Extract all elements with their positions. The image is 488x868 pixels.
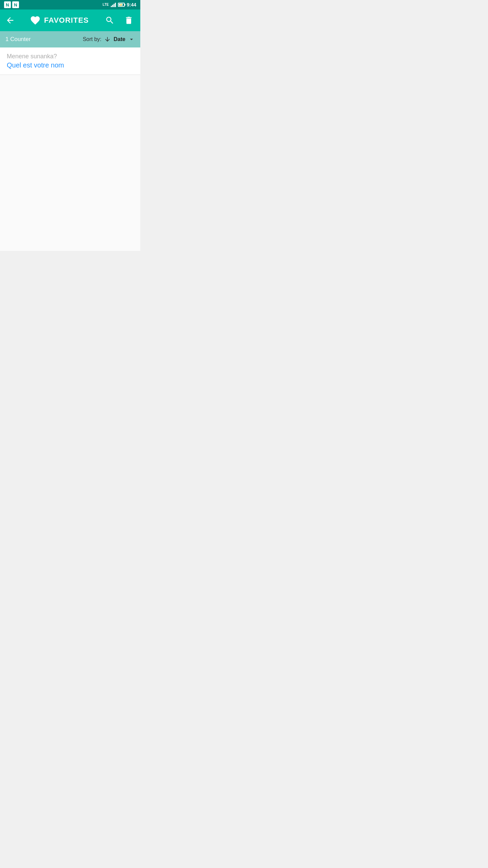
signal-bar-4 [115, 3, 116, 7]
heart-icon [30, 15, 41, 26]
signal-bar-1 [111, 6, 112, 7]
sort-controls[interactable]: Sort by: Date [83, 36, 135, 43]
signal-bar-2 [112, 5, 113, 7]
sort-value: Date [114, 36, 125, 42]
search-icon [105, 16, 115, 25]
signal-bar-3 [114, 4, 115, 7]
lte-icon: LTE [103, 3, 109, 6]
app-bar: FAVORITES [0, 9, 140, 31]
dropdown-chevron-icon [128, 36, 135, 43]
search-button[interactable] [104, 14, 116, 26]
app-title: FAVORITES [44, 16, 89, 25]
back-button[interactable] [5, 16, 15, 25]
sort-by-label: Sort by: [83, 36, 101, 42]
battery-lightning: ⚡ [119, 3, 123, 6]
app-icon-1: N [4, 1, 11, 8]
counter-text: 1 Counter [5, 36, 31, 43]
status-bar: N N LTE ⚡ 9:44 [0, 0, 140, 9]
app-bar-center: FAVORITES [30, 15, 89, 26]
item-secondary-text: Quel est votre nom [7, 61, 134, 69]
signal-icon [111, 2, 116, 7]
status-bar-right: LTE ⚡ 9:44 [103, 2, 136, 7]
sort-bar: 1 Counter Sort by: Date [0, 31, 140, 47]
status-bar-left: N N [4, 1, 19, 8]
battery-icon: ⚡ [118, 3, 125, 7]
list-item[interactable]: Menene sunanka? Quel est votre nom [0, 47, 140, 75]
content-area: Menene sunanka? Quel est votre nom [0, 47, 140, 251]
app-bar-actions [104, 14, 135, 26]
item-primary-text: Menene sunanka? [7, 53, 134, 60]
battery-fill: ⚡ [119, 4, 123, 6]
app-icon-2: N [12, 1, 19, 8]
back-arrow-icon [5, 16, 15, 25]
sort-down-arrow-icon [104, 36, 111, 43]
delete-button[interactable] [123, 14, 135, 26]
status-time: 9:44 [127, 2, 136, 7]
trash-icon [124, 16, 134, 25]
